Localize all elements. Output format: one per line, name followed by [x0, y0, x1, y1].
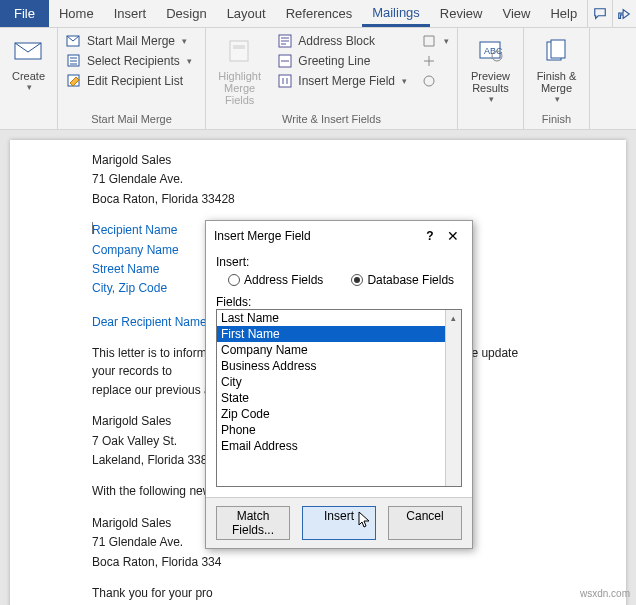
update-labels-button[interactable] [419, 72, 451, 90]
radio-dot [228, 274, 240, 286]
preview-icon: ABC [474, 34, 508, 68]
edit-recipient-list-button[interactable]: Edit Recipient List [64, 72, 194, 90]
tab-design[interactable]: Design [156, 0, 216, 27]
greeting-icon [277, 53, 293, 69]
body-text: Thank you for your pro [92, 585, 544, 602]
group-label [0, 111, 57, 129]
field-item[interactable]: First Name [217, 326, 461, 342]
select-recipients-button[interactable]: Select Recipients▾ [64, 52, 194, 70]
tab-review[interactable]: Review [430, 0, 493, 27]
svg-point-9 [424, 76, 434, 86]
finish-label: Finish & Merge [530, 70, 583, 94]
match-fields-button[interactable] [419, 52, 451, 70]
field-item[interactable]: Last Name [217, 310, 461, 326]
finish-icon [540, 34, 574, 68]
mail-merge-icon [66, 33, 82, 49]
fields-listbox[interactable]: Last NameFirst NameCompany NameBusiness … [216, 309, 462, 487]
radio-address-fields[interactable]: Address Fields [228, 273, 323, 287]
placeholder-company-name[interactable]: Company Name [92, 243, 179, 257]
group-label [458, 111, 523, 129]
finish-merge-button[interactable]: Finish & Merge ▾ [530, 32, 583, 111]
placeholder-recipient-name[interactable]: Recipient Name [92, 223, 177, 237]
cursor-icon [357, 511, 371, 529]
greeting-line-label: Greeting Line [298, 54, 370, 68]
group-label-finish: Finish [524, 111, 589, 129]
dialog-help-button[interactable]: ? [420, 229, 440, 243]
tab-home[interactable]: Home [49, 0, 104, 27]
match-icon [421, 53, 437, 69]
match-fields-button[interactable]: Match Fields... [216, 506, 290, 540]
rules-icon [421, 33, 437, 49]
rules-button[interactable]: ▾ [419, 32, 451, 50]
placeholder-street-name[interactable]: Street Name [92, 262, 159, 276]
field-item[interactable]: Email Address [217, 438, 461, 454]
address-block-icon [277, 33, 293, 49]
greeting-line-button[interactable]: Greeting Line [275, 52, 409, 70]
insert-merge-field-dialog: Insert Merge Field ? ✕ Insert: Address F… [205, 220, 473, 549]
dialog-title: Insert Merge Field [214, 229, 420, 243]
tab-layout[interactable]: Layout [217, 0, 276, 27]
sender-line: 71 Glendale Ave. [92, 171, 544, 188]
group-label-start-merge: Start Mail Merge [58, 111, 205, 129]
svg-rect-5 [233, 45, 245, 49]
chevron-down-icon: ▾ [555, 94, 560, 104]
share-icon[interactable] [612, 0, 636, 27]
field-item[interactable]: Phone [217, 422, 461, 438]
tab-insert[interactable]: Insert [104, 0, 157, 27]
svg-rect-8 [279, 75, 291, 87]
select-recipients-label: Select Recipients [87, 54, 180, 68]
highlight-label: Highlight Merge Fields [212, 70, 267, 106]
update-icon [421, 73, 437, 89]
create-label: Create [12, 70, 45, 82]
tab-view[interactable]: View [492, 0, 540, 27]
svg-rect-4 [230, 41, 248, 61]
body-text: This letter is to inform [92, 346, 207, 360]
insert-button[interactable]: Insert [302, 506, 376, 540]
dialog-close-button[interactable]: ✕ [440, 228, 466, 244]
cancel-button[interactable]: Cancel [388, 506, 462, 540]
tab-mailings[interactable]: Mailings [362, 0, 430, 27]
insert-button-label: Insert [324, 509, 354, 523]
field-item[interactable]: Company Name [217, 342, 461, 358]
sender-line: Marigold Sales [92, 152, 544, 169]
address-block-button[interactable]: Address Block [275, 32, 409, 50]
highlight-merge-fields-button[interactable]: Highlight Merge Fields [212, 32, 267, 111]
placeholder-city-zip[interactable]: City, Zip Code [92, 281, 167, 295]
start-mail-merge-button[interactable]: Start Mail Merge▾ [64, 32, 194, 50]
recipients-icon [66, 53, 82, 69]
highlight-icon [223, 34, 257, 68]
radio-dot [351, 274, 363, 286]
radio-database-fields[interactable]: Database Fields [351, 273, 454, 287]
preview-results-button[interactable]: ABC Preview Results ▾ [464, 32, 517, 111]
scroll-up-icon[interactable]: ▴ [446, 310, 461, 326]
scrollbar[interactable]: ▴ [445, 310, 461, 486]
merge-field-icon [277, 73, 293, 89]
field-item[interactable]: Zip Code [217, 406, 461, 422]
sender-line: Boca Raton, Florida 33428 [92, 191, 544, 208]
start-mail-merge-label: Start Mail Merge [87, 34, 175, 48]
address-block-label: Address Block [298, 34, 375, 48]
file-tab[interactable]: File [0, 0, 49, 27]
field-item[interactable]: State [217, 390, 461, 406]
tab-references[interactable]: References [276, 0, 362, 27]
new-address: Boca Raton, Florida 334 [92, 554, 544, 571]
insert-merge-field-label: Insert Merge Field [298, 74, 395, 88]
field-item[interactable]: Business Address [217, 358, 461, 374]
insert-label: Insert: [216, 255, 462, 269]
tab-help[interactable]: Help [540, 0, 587, 27]
svg-rect-14 [551, 40, 565, 58]
envelope-icon [12, 34, 46, 68]
edit-recipient-list-label: Edit Recipient List [87, 74, 183, 88]
field-item[interactable]: City [217, 374, 461, 390]
chevron-down-icon: ▾ [27, 82, 32, 92]
group-label-write-insert: Write & Insert Fields [206, 111, 457, 129]
insert-merge-field-button[interactable]: Insert Merge Field▾ [275, 72, 409, 90]
create-button[interactable]: Create ▾ [6, 32, 51, 111]
comments-icon[interactable] [587, 0, 611, 27]
fields-label: Fields: [216, 295, 462, 309]
watermark: wsxdn.com [580, 588, 630, 599]
preview-label: Preview Results [464, 70, 517, 94]
radio-database-label: Database Fields [367, 273, 454, 287]
svg-text:ABC: ABC [484, 46, 503, 56]
chevron-down-icon: ▾ [489, 94, 494, 104]
